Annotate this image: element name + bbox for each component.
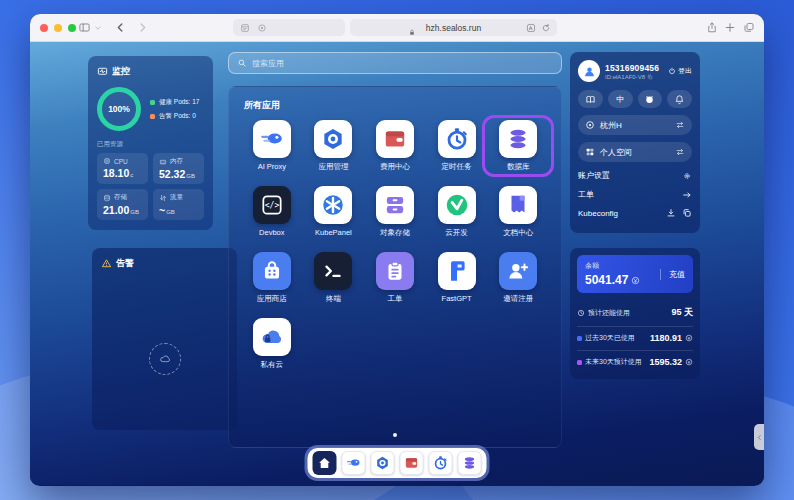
app-fastgpt[interactable]: FastGPT bbox=[426, 252, 488, 304]
balance-value: 5041.47 bbox=[585, 273, 628, 287]
app-label: 工单 bbox=[364, 294, 426, 304]
database-icon bbox=[462, 455, 478, 471]
coin-icon bbox=[685, 334, 693, 342]
workspace-selector[interactable]: 个人空间 bbox=[578, 142, 692, 162]
dock-item-app-management[interactable] bbox=[371, 451, 395, 475]
zoom-window-button[interactable] bbox=[68, 24, 76, 32]
sidebar-toggle-icon[interactable] bbox=[78, 21, 91, 34]
past-usage-label: 过去30天已使用 bbox=[585, 333, 635, 343]
tab-overview-icon[interactable] bbox=[743, 21, 755, 34]
dock-item-ai-proxy[interactable] bbox=[342, 451, 366, 475]
close-window-button[interactable] bbox=[40, 24, 48, 32]
page-indicator-dot[interactable] bbox=[393, 433, 397, 437]
dock-item-home[interactable] bbox=[313, 451, 337, 475]
memory-card: 内存 52.32GB bbox=[153, 153, 204, 184]
docs-button[interactable] bbox=[578, 90, 603, 108]
monitor-title: 监控 bbox=[112, 65, 130, 78]
clock-icon bbox=[577, 309, 585, 317]
app-kubepanel[interactable]: KubePanel bbox=[303, 186, 365, 238]
app-cron-job[interactable]: 定时任务 bbox=[426, 120, 488, 172]
monitor-icon bbox=[97, 66, 108, 77]
minimize-window-button[interactable] bbox=[54, 24, 62, 32]
logout-button[interactable]: 登出 bbox=[668, 66, 692, 76]
app-invite[interactable]: 邀请注册 bbox=[487, 252, 549, 304]
kubeconfig-item[interactable]: Kubeconfig bbox=[578, 208, 692, 218]
work-order-label: 工单 bbox=[578, 189, 594, 200]
invite-icon bbox=[505, 258, 531, 284]
address-bar[interactable]: hzh.sealos.run bbox=[350, 19, 557, 36]
app-label: 云开发 bbox=[426, 228, 488, 238]
power-icon bbox=[668, 67, 676, 75]
dock-item-database[interactable] bbox=[458, 451, 482, 475]
app-devbox[interactable]: Devbox bbox=[241, 186, 303, 238]
app-management-icon bbox=[375, 455, 391, 471]
app-ticket[interactable]: 工单 bbox=[364, 252, 426, 304]
copy-icon[interactable] bbox=[682, 208, 692, 218]
app-app-management[interactable]: 应用管理 bbox=[303, 120, 365, 172]
coin-icon bbox=[631, 276, 640, 285]
app-cloud-dev[interactable]: 云开发 bbox=[426, 186, 488, 238]
app-cost-center[interactable]: 费用中心 bbox=[364, 120, 426, 172]
dock-item-cron-job[interactable] bbox=[429, 451, 453, 475]
traffic-value: ~ bbox=[159, 204, 165, 216]
app-terminal[interactable]: 终端 bbox=[303, 252, 365, 304]
avatar[interactable] bbox=[578, 60, 600, 82]
translate-icon[interactable] bbox=[526, 23, 536, 33]
app-label: 数据库 bbox=[487, 162, 549, 172]
dock-item-cost-center[interactable] bbox=[400, 451, 424, 475]
reload-icon[interactable] bbox=[541, 23, 551, 33]
recharge-button[interactable]: 充值 bbox=[660, 269, 685, 280]
past-usage-row: 过去30天已使用 1180.91 bbox=[577, 326, 693, 343]
app-grid: AI Proxy 应用管理 费用中心 定时任务 数据库 Devbox KubeP… bbox=[229, 120, 561, 370]
chevron-down-icon[interactable] bbox=[94, 24, 102, 32]
warning-triangle-icon bbox=[101, 258, 112, 269]
github-icon bbox=[644, 94, 655, 105]
app-label: 私有云 bbox=[241, 360, 303, 370]
app-object-storage[interactable]: 对象存储 bbox=[364, 186, 426, 238]
forward-button[interactable] bbox=[136, 21, 149, 34]
app-ai-proxy[interactable]: AI Proxy bbox=[241, 120, 303, 172]
search-input[interactable] bbox=[252, 59, 553, 68]
home-icon bbox=[317, 455, 333, 471]
dock bbox=[305, 445, 490, 481]
app-label: 应用商店 bbox=[241, 294, 303, 304]
page-settings-pill[interactable] bbox=[233, 19, 345, 36]
memory-icon bbox=[159, 158, 167, 166]
bell-icon bbox=[674, 94, 685, 105]
app-search-bar[interactable] bbox=[228, 52, 562, 74]
private-cloud-icon bbox=[259, 324, 285, 350]
alerts-panel: 告警 bbox=[92, 248, 237, 430]
back-button[interactable] bbox=[114, 21, 127, 34]
github-button[interactable] bbox=[638, 90, 663, 108]
work-order-item[interactable]: 工单 bbox=[578, 189, 692, 200]
new-tab-icon[interactable] bbox=[724, 21, 736, 34]
region-selector[interactable]: 杭州H bbox=[578, 115, 692, 135]
app-database[interactable]: 数据库 bbox=[487, 120, 549, 172]
share-icon[interactable] bbox=[706, 21, 718, 34]
cost-center-icon bbox=[404, 455, 420, 471]
app-docs-center[interactable]: 文档中心 bbox=[487, 186, 549, 238]
sealos-desktop: 监控 100% 健康 Pods: 17 告警 Pods: 0 已用资源 CPU … bbox=[30, 42, 764, 485]
download-icon[interactable] bbox=[666, 208, 676, 218]
warning-dot bbox=[150, 114, 155, 119]
logout-label: 登出 bbox=[678, 66, 692, 76]
terminal-icon bbox=[320, 258, 346, 284]
language-button[interactable]: 中 bbox=[608, 90, 633, 108]
app-private-cloud[interactable]: 私有云 bbox=[241, 318, 303, 370]
notifications-button[interactable] bbox=[667, 90, 692, 108]
app-label: AI Proxy bbox=[241, 162, 303, 171]
panel-collapse-handle[interactable] bbox=[754, 424, 764, 450]
legend-warning: 告警 Pods: 0 bbox=[159, 112, 196, 121]
app-app-store[interactable]: 应用商店 bbox=[241, 252, 303, 304]
app-store-icon bbox=[259, 258, 285, 284]
cron-job-icon bbox=[433, 455, 449, 471]
account-settings-item[interactable]: 账户设置 bbox=[578, 170, 692, 181]
past-usage-dot bbox=[577, 336, 582, 341]
browser-toolbar: hzh.sealos.run bbox=[30, 14, 764, 42]
all-apps-title: 所有应用 bbox=[229, 87, 561, 112]
copy-id-icon[interactable] bbox=[647, 74, 653, 80]
app-label: 费用中心 bbox=[364, 162, 426, 172]
ai-proxy-icon bbox=[346, 455, 362, 471]
language-label: 中 bbox=[616, 94, 624, 105]
healthy-dot bbox=[150, 100, 155, 105]
